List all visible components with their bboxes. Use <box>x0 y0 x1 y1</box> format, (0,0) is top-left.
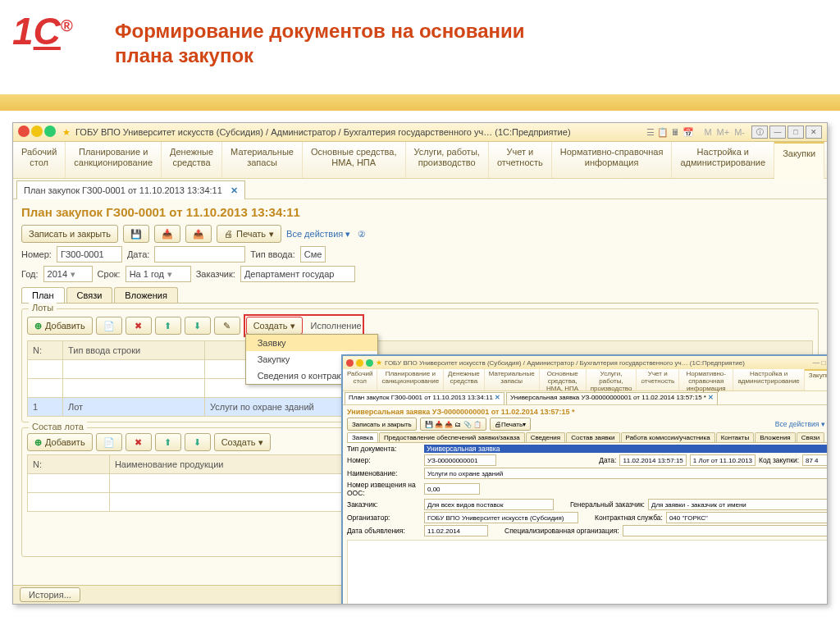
inset-section[interactable]: Основные средства,НМА, НПА <box>540 369 587 390</box>
inset-numobj[interactable]: 0,00 <box>424 483 480 495</box>
inset-tab[interactable]: Работа комиссии/участника <box>621 432 715 442</box>
inset-tab[interactable]: Вложения <box>755 432 795 442</box>
memory-m[interactable]: M <box>704 127 711 137</box>
unpost-icon[interactable]: 📤 <box>185 225 212 243</box>
down-icon[interactable]: ⬇ <box>185 317 211 335</box>
favorite-icon[interactable]: ★ <box>62 127 71 138</box>
tab-links[interactable]: Связи <box>66 287 113 303</box>
history-button[interactable]: История... <box>20 587 80 602</box>
inset-date[interactable]: 11.02.2014 13:57:15 <box>619 454 686 466</box>
inset-section[interactable]: Настройка иадминистрирование <box>733 369 804 390</box>
up-icon[interactable]: ⬆ <box>155 433 181 451</box>
section-procurement[interactable]: Закупки <box>774 142 824 179</box>
period-field[interactable]: На 1 год <box>126 266 191 282</box>
inset-gid[interactable]: 87 4 <box>802 454 828 466</box>
inset-print[interactable]: 🖨 Печать ▾ <box>490 418 531 431</box>
add-lot-button[interactable]: ⊕ Добавить <box>27 317 93 335</box>
inset-label: Наименование: <box>347 469 421 477</box>
section-desktop[interactable]: Рабочийстол <box>13 142 66 178</box>
inset-tab[interactable]: Сведения <box>526 432 566 442</box>
tb-icon[interactable]: ☰ 📋 🖩 📅 <box>646 127 694 138</box>
memory-mminus[interactable]: M- <box>734 127 745 137</box>
customer-field[interactable]: Департамент государ <box>240 266 355 282</box>
delete-icon[interactable]: ✖ <box>126 317 152 335</box>
print-button[interactable]: 🖨 Печать ▾ <box>217 225 281 243</box>
inset-doctype[interactable]: Универсальная заявка <box>424 445 828 453</box>
inset-save-close[interactable]: Записать и закрыть <box>347 418 417 431</box>
tab-plan[interactable]: План <box>21 287 65 303</box>
inset-tab[interactable]: Связи <box>797 432 824 442</box>
inset-num[interactable]: УЗ-00000000001 <box>424 454 496 466</box>
inset-doctab-active[interactable]: Универсальная заявка УЗ-00000000001 от 1… <box>506 392 718 404</box>
section-materials[interactable]: Материальныезапасы <box>222 142 303 178</box>
inset-tab[interactable]: Контакты <box>716 432 755 442</box>
inset-name[interactable]: Услуги по охране зданий <box>424 468 828 479</box>
inset-org[interactable]: ГОБУ ВПО Университет искусств (Субсидия) <box>424 512 578 523</box>
label-input-type: Тип ввода: <box>250 249 294 259</box>
section-fixed-assets[interactable]: Основные средства,НМА, НПА <box>303 142 406 178</box>
save-icon[interactable]: 💾 <box>123 225 149 243</box>
inset-section[interactable]: Нормативно-справочнаяинформация <box>679 369 733 390</box>
label-period: Срок: <box>98 269 121 279</box>
inset-spec[interactable] <box>623 525 828 536</box>
section-services[interactable]: Услуги, работы,производство <box>406 142 489 178</box>
post-icon[interactable]: 📥 <box>154 225 180 243</box>
year-field[interactable]: 2014 <box>43 266 93 282</box>
app-window: ★ ГОБУ ВПО Университет искусств (Субсиди… <box>12 122 828 605</box>
inset-section[interactable]: Материальныезапасы <box>485 369 540 390</box>
inset-window: ★ ГОБУ ВПО Университет искусств (Субсиди… <box>341 354 828 605</box>
inset-section[interactable]: Планирование исанкционирование <box>377 369 444 390</box>
inset-tb-icon[interactable]: 💾 📥 📤 🗂 📎 📋 <box>420 418 486 431</box>
inset-blank-area <box>347 540 828 605</box>
number-field[interactable]: ГЗ00-0001 <box>57 246 122 262</box>
delete-icon[interactable]: ✖ <box>126 433 152 451</box>
close-icon[interactable]: ✕ <box>231 185 238 196</box>
inset-doctab[interactable]: План закупок ГЗ00-0001 от 11.10.2013 13:… <box>345 392 504 404</box>
section-planning[interactable]: Планирование исанкционирование <box>66 142 162 178</box>
label-number: Номер: <box>21 249 52 259</box>
traffic-lights <box>18 126 57 139</box>
section-money[interactable]: Денежныесредства <box>162 142 222 178</box>
document-header: План закупок ГЗ00-0001 от 11.10.2013 13:… <box>21 206 819 218</box>
section-accounting[interactable]: Учет иотчетность <box>489 142 552 178</box>
exec-label[interactable]: Исполнение <box>311 321 362 331</box>
date-field[interactable]: 11.10.2013 13:34:11 <box>154 246 245 262</box>
section-admin[interactable]: Настройка иадминистрирование <box>672 142 774 178</box>
inset-ks[interactable]: 040 "ГОРКС" <box>666 512 828 523</box>
popup-request[interactable]: Заявку <box>246 335 377 351</box>
copy-icon[interactable]: 📄 <box>96 433 122 451</box>
up-icon[interactable]: ⬆ <box>155 317 181 335</box>
section-references[interactable]: Нормативно-справочнаяинформация <box>552 142 673 178</box>
inset-customer[interactable]: Для всех видов поставок <box>424 499 554 510</box>
inset-tab[interactable]: Предоставление обеспечений заявки/заказа <box>379 432 525 442</box>
inset-section[interactable]: Денежныесредства <box>444 369 485 390</box>
input-type-field[interactable]: Сме <box>300 246 326 262</box>
inset-tab[interactable]: Состав заявки <box>566 432 619 442</box>
all-actions-button[interactable]: Все действия ▾ ② <box>286 229 366 240</box>
memory-mplus[interactable]: M+ <box>717 127 730 137</box>
inset-section[interactable]: Услуги, работы,производство <box>587 369 637 390</box>
edit-icon[interactable]: ✎ <box>214 317 240 335</box>
inset-tab[interactable]: Заявка <box>347 432 378 442</box>
inset-label: Организатор: <box>347 514 421 522</box>
inset-ann[interactable]: 11.02.2014 <box>424 525 488 536</box>
window-controls[interactable]: ⓘ—□✕ <box>750 126 822 139</box>
down-icon[interactable]: ⬇ <box>185 433 211 451</box>
document-tab[interactable]: План закупок ГЗ00-0001 от 11.10.2013 13:… <box>16 180 245 199</box>
inset-label: Специализированная организация: <box>504 527 619 535</box>
inset-section[interactable]: Рабочийстол <box>343 369 377 390</box>
tab-attachments[interactable]: Вложения <box>114 287 178 303</box>
inset-all-actions[interactable]: Все действия ▾ ② <box>775 420 828 428</box>
inset-section[interactable]: Учет иотчетность <box>637 369 679 390</box>
inset-section-active[interactable]: Закупки <box>805 369 828 390</box>
copy-icon[interactable]: 📄 <box>96 317 122 335</box>
add-content-button[interactable]: ⊕ Добавить <box>27 433 93 451</box>
document-tabstrip: План закупок ГЗ00-0001 от 11.10.2013 13:… <box>13 179 827 199</box>
create-content-button[interactable]: Создать ▾ <box>214 433 272 451</box>
inset-lot[interactable]: 1 Лот от 11.10.2013 <box>690 454 756 466</box>
create-button[interactable]: Создать ▾ <box>246 317 304 335</box>
inset-label: Тип документа: <box>347 445 421 453</box>
inset-gen[interactable]: Для заявки - заказчик от имени <box>648 499 828 510</box>
label-date: Дата: <box>127 249 149 259</box>
save-close-button[interactable]: Записать и закрыть <box>21 225 118 243</box>
